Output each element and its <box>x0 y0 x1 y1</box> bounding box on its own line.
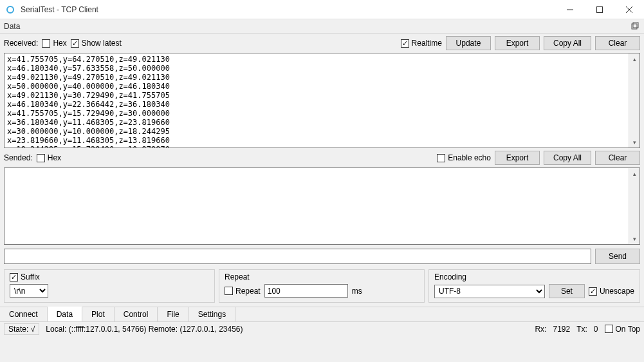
repeat-interval-input[interactable] <box>264 284 348 298</box>
titlebar: SerialTest - TCP Client <box>0 0 644 19</box>
suffix-group: Suffix \r\n <box>4 269 215 303</box>
checkbox-label: Show latest <box>82 39 122 48</box>
statusbar: State: √ Local: (::ffff:127.0.0.1, 54766… <box>0 321 644 336</box>
status-rx-value: 7192 <box>553 325 570 334</box>
checkbox-label: On Top <box>616 325 640 334</box>
received-label: Received: <box>4 39 38 48</box>
checkbox-box <box>37 154 45 162</box>
update-button[interactable]: Update <box>446 36 491 50</box>
received-textarea[interactable]: x=41.755705,y=64.270510,z=49.021130 x=46… <box>5 53 629 148</box>
show-latest-checkbox[interactable]: Show latest <box>71 39 122 48</box>
tab-data[interactable]: Data <box>48 307 82 321</box>
sended-toolbar: Sended: Hex Enable echo Export Copy All … <box>0 148 644 167</box>
received-hex-checkbox[interactable]: Hex <box>42 39 66 48</box>
send-row: Send <box>0 245 644 268</box>
checkbox-box <box>437 154 445 162</box>
enable-echo-checkbox[interactable]: Enable echo <box>437 153 491 162</box>
repeat-unit-label: ms <box>352 287 362 296</box>
checkbox-box <box>589 287 597 296</box>
sended-textarea-wrap: ▴ ▾ <box>4 167 640 245</box>
svg-rect-2 <box>597 6 603 12</box>
sended-textarea[interactable] <box>5 168 629 244</box>
clear-received-button[interactable]: Clear <box>595 36 640 50</box>
suffix-select[interactable]: \r\n <box>10 284 48 298</box>
checkbox-box <box>42 39 50 48</box>
repeat-checkbox[interactable]: Repeat <box>225 287 261 296</box>
maximize-button[interactable] <box>585 0 614 19</box>
checkbox-box <box>225 287 233 295</box>
window-title: SerialTest - TCP Client <box>21 5 98 14</box>
close-button[interactable] <box>614 0 644 19</box>
svg-rect-5 <box>632 24 637 29</box>
popout-icon[interactable] <box>631 22 640 31</box>
checkbox-label: Hex <box>53 39 66 48</box>
encoding-group-label: Encoding <box>434 272 634 281</box>
data-panel-header: Data <box>0 19 644 33</box>
suffix-checkbox[interactable]: Suffix <box>10 272 209 281</box>
received-textarea-wrap: x=41.755705,y=64.270510,z=49.021130 x=46… <box>4 53 640 148</box>
svg-point-0 <box>7 6 14 13</box>
sended-scrollbar[interactable]: ▴ ▾ <box>629 168 639 244</box>
scroll-up-icon[interactable]: ▴ <box>629 168 639 179</box>
ontop-checkbox[interactable]: On Top <box>605 325 640 334</box>
options-row: Suffix \r\n Repeat Repeat ms Encoding UT… <box>0 268 644 307</box>
tab-file[interactable]: File <box>158 307 189 321</box>
send-button[interactable]: Send <box>595 249 640 264</box>
status-state: State: √ <box>4 323 39 335</box>
checkbox-box <box>10 273 18 281</box>
app-icon <box>5 5 15 15</box>
checkbox-label: Realtime <box>412 39 442 48</box>
status-rx-label: Rx: <box>535 325 546 334</box>
status-connection: Local: (::ffff:127.0.0.1, 54766) Remote:… <box>46 325 243 334</box>
tab-plot[interactable]: Plot <box>82 307 115 321</box>
checkbox-label: Hex <box>48 153 61 162</box>
encoding-group: Encoding UTF-8 Set Unescape <box>428 269 640 303</box>
checkbox-box <box>401 39 409 48</box>
realtime-checkbox[interactable]: Realtime <box>401 39 442 48</box>
status-tx-label: Tx: <box>576 325 587 334</box>
checkbox-box <box>71 39 79 48</box>
checkbox-label: Suffix <box>21 272 40 281</box>
checkbox-label: Repeat <box>235 287 261 296</box>
send-input[interactable] <box>4 249 591 264</box>
status-tx-value: 0 <box>594 325 598 334</box>
scroll-up-icon[interactable]: ▴ <box>629 53 639 64</box>
tab-connect[interactable]: Connect <box>0 307 48 321</box>
copyall-sended-button[interactable]: Copy All <box>544 151 591 165</box>
checkbox-label: Enable echo <box>448 153 491 162</box>
unescape-checkbox[interactable]: Unescape <box>589 287 634 296</box>
tab-bar: Connect Data Plot Control File Settings <box>0 307 644 321</box>
sended-hex-checkbox[interactable]: Hex <box>37 153 61 162</box>
tab-settings[interactable]: Settings <box>189 307 235 321</box>
repeat-group: Repeat Repeat ms <box>219 269 425 303</box>
scroll-down-icon[interactable]: ▾ <box>629 137 639 148</box>
copyall-received-button[interactable]: Copy All <box>544 36 591 50</box>
received-toolbar: Received: Hex Show latest Realtime Updat… <box>0 33 644 53</box>
export-sended-button[interactable]: Export <box>495 151 540 165</box>
data-panel-label: Data <box>4 22 20 31</box>
sended-label: Sended: <box>4 153 33 162</box>
encoding-select[interactable]: UTF-8 <box>434 285 545 298</box>
clear-sended-button[interactable]: Clear <box>595 151 640 165</box>
scroll-down-icon[interactable]: ▾ <box>629 233 639 244</box>
tab-control[interactable]: Control <box>115 307 158 321</box>
minimize-button[interactable] <box>555 0 585 19</box>
encoding-set-button[interactable]: Set <box>549 284 585 298</box>
checkbox-box <box>605 325 613 333</box>
export-received-button[interactable]: Export <box>495 36 540 50</box>
checkbox-label: Unescape <box>600 287 634 296</box>
received-scrollbar[interactable]: ▴ ▾ <box>629 53 639 148</box>
svg-rect-6 <box>633 23 638 28</box>
repeat-group-label: Repeat <box>225 272 419 281</box>
